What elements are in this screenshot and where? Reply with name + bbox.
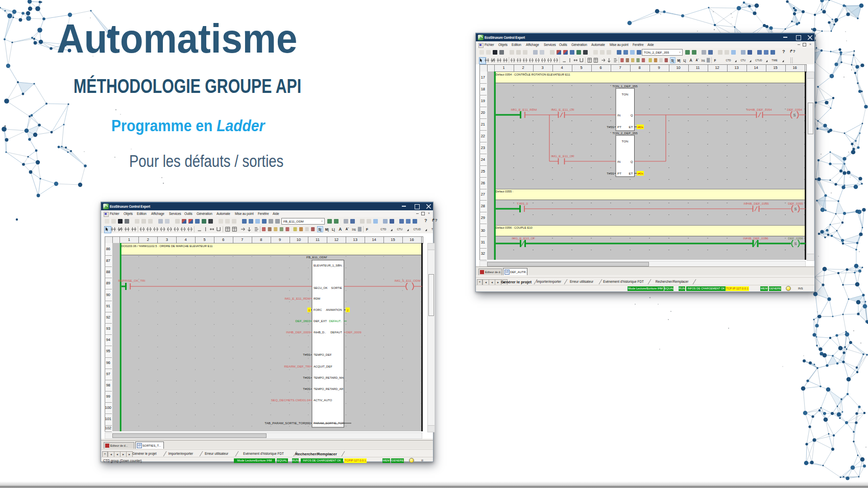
- svg-text:F: F: [714, 58, 716, 63]
- svg-text:CTU: CTU: [740, 59, 745, 62]
- svg-text:Aˉ: Aˉ: [346, 227, 349, 231]
- svg-text:S|: S|: [671, 58, 673, 63]
- svg-text:CTD: CTD: [726, 59, 731, 62]
- svg-text:CTU: CTU: [397, 228, 402, 231]
- svg-text:CTD: CTD: [380, 228, 386, 231]
- svg-text:Aˉ: Aˉ: [695, 58, 698, 62]
- svg-text:L|: L|: [683, 58, 686, 63]
- svg-text:TIME: TIME: [431, 228, 433, 231]
- svg-text:S|: S|: [318, 228, 321, 232]
- svg-text:A: A: [339, 227, 342, 232]
- svg-text:L|: L|: [332, 228, 335, 232]
- svg-text:TIME: TIME: [771, 59, 778, 62]
- svg-text:Ins: Ins: [702, 59, 705, 62]
- svg-text:CTUD: CTUD: [755, 59, 762, 62]
- svg-text:F: F: [366, 227, 369, 232]
- svg-text:Ins: Ins: [352, 228, 356, 231]
- svg-text:CTUD: CTUD: [413, 228, 421, 231]
- svg-text:M|: M|: [325, 228, 329, 232]
- svg-text:M|: M|: [677, 58, 680, 63]
- svg-text:A: A: [689, 58, 692, 63]
